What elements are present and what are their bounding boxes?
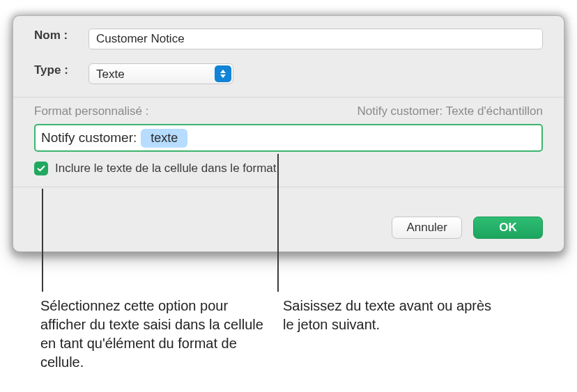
include-text-label: Inclure le texte de la cellule dans le f… [55,162,277,175]
checkmark-icon [36,164,46,173]
callouts: Sélectionnez cette option pour afficher … [40,297,549,372]
callout-line-checkbox [42,189,43,292]
cancel-button[interactable]: Annuler [392,217,462,239]
format-label: Format personnalisé : [34,104,148,118]
dialog-buttons: Annuler OK [392,217,543,239]
format-preview: Notify customer: Texte d'échantillon [357,104,543,118]
callout-format: Saisissez du texte avant ou après le jet… [283,297,492,372]
format-field-container: Notify customer: texte [13,124,564,152]
format-field[interactable]: Notify customer: texte [34,124,543,152]
type-select-wrap: Texte [89,63,233,84]
custom-format-dialog: Nom : Type : Texte Format personnalisé :… [13,15,564,252]
format-prefix-text: Notify customer: [41,130,137,146]
format-header: Format personnalisé : Notify customer: T… [13,97,564,124]
name-label: Nom : [34,29,89,42]
type-row: Type : Texte [13,59,564,95]
divider-bottom [13,187,564,187]
name-input[interactable] [89,29,543,49]
name-row: Nom : [13,16,564,59]
type-label: Type : [34,63,89,77]
include-text-checkbox[interactable] [34,162,48,175]
callout-checkbox: Sélectionnez cette option pour afficher … [40,297,263,372]
callout-line-format [277,154,279,292]
include-text-row: Inclure le texte de la cellule dans le f… [13,152,564,175]
ok-button[interactable]: OK [473,217,543,239]
text-token[interactable]: texte [141,129,187,148]
type-select[interactable]: Texte [89,63,233,84]
